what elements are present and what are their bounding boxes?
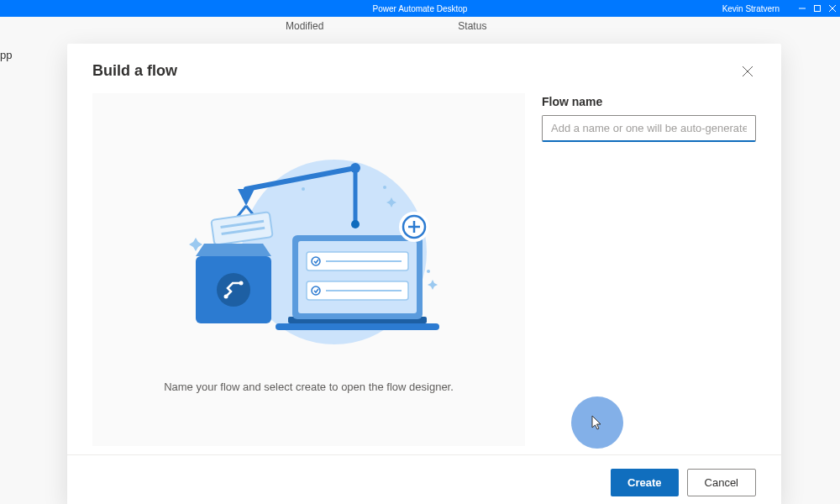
svg-point-36 <box>302 187 305 191</box>
svg-point-19 <box>217 273 250 307</box>
dialog-backdrop: Build a flow <box>0 17 840 504</box>
titlebar: Power Automate Desktop Kevin Stratvern <box>0 0 840 17</box>
close-dialog-button[interactable] <box>739 63 756 80</box>
flow-name-label: Flow name <box>542 95 756 108</box>
dialog-footer: Create Cancel <box>67 454 781 504</box>
flow-illustration <box>162 147 456 365</box>
close-icon <box>742 66 753 77</box>
illustration-panel: Name your flow and select create to open… <box>92 93 525 446</box>
create-button[interactable]: Create <box>611 469 678 496</box>
dialog-title: Build a flow <box>92 62 177 80</box>
cancel-button[interactable]: Cancel <box>687 469 756 496</box>
svg-rect-23 <box>276 323 439 330</box>
svg-point-38 <box>427 270 430 273</box>
svg-point-21 <box>239 281 243 285</box>
cursor-icon <box>591 414 604 431</box>
dialog-body: Name your flow and select create to open… <box>67 93 781 454</box>
illustration-caption: Name your flow and select create to open… <box>164 381 454 393</box>
svg-marker-11 <box>238 189 255 206</box>
click-indicator <box>571 396 623 449</box>
svg-marker-18 <box>196 244 271 256</box>
window-controls <box>795 0 840 17</box>
close-window-button[interactable] <box>825 0 840 17</box>
svg-point-37 <box>383 186 386 189</box>
svg-point-20 <box>223 294 228 298</box>
minimize-button[interactable] <box>795 0 810 17</box>
user-name[interactable]: Kevin Stratvern <box>722 4 780 13</box>
form-panel: Flow name <box>542 93 756 446</box>
dialog-header: Build a flow <box>67 44 781 93</box>
app-title: Power Automate Desktop <box>373 4 468 13</box>
build-flow-dialog: Build a flow <box>67 44 781 504</box>
svg-point-10 <box>351 220 360 228</box>
flow-name-input[interactable] <box>542 115 756 142</box>
svg-rect-1 <box>815 6 821 12</box>
maximize-button[interactable] <box>810 0 825 17</box>
titlebar-right: Kevin Stratvern <box>722 0 840 17</box>
